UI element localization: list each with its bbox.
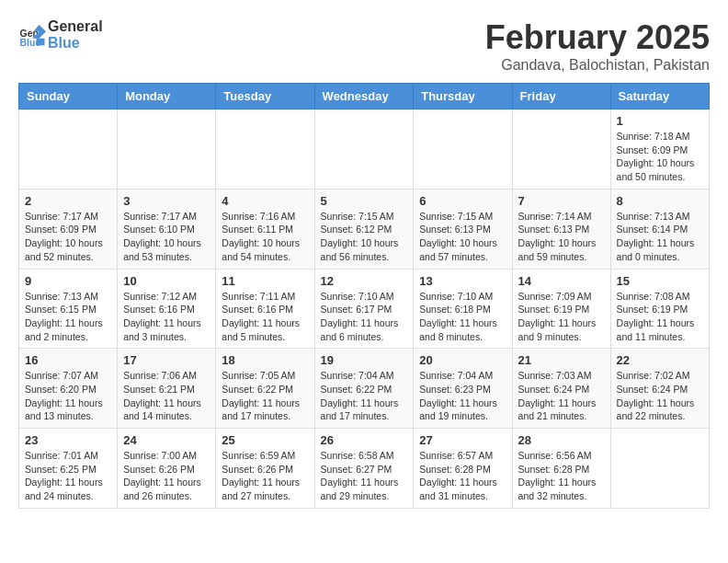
calendar-header-sunday: Sunday [19,84,118,109]
day-number: 28 [518,433,605,447]
day-info: Sunrise: 7:07 AM Sunset: 6:20 PM Dayligh… [25,369,111,423]
calendar-cell: 11Sunrise: 7:11 AM Sunset: 6:16 PM Dayli… [216,269,314,349]
day-number: 27 [419,433,506,447]
day-number: 19 [321,353,408,367]
calendar-header-row: SundayMondayTuesdayWednesdayThursdayFrid… [19,84,710,109]
day-info: Sunrise: 7:01 AM Sunset: 6:25 PM Dayligh… [25,449,111,503]
calendar-cell [512,109,610,190]
calendar-cell [19,109,118,190]
day-number: 16 [25,353,111,367]
day-number: 7 [518,194,605,208]
calendar-cell: 24Sunrise: 7:00 AM Sunset: 6:26 PM Dayli… [118,429,216,509]
day-number: 23 [25,433,111,447]
calendar-cell: 23Sunrise: 7:01 AM Sunset: 6:25 PM Dayli… [19,429,118,509]
calendar-cell: 8Sunrise: 7:13 AM Sunset: 6:14 PM Daylig… [610,189,709,269]
day-info: Sunrise: 7:00 AM Sunset: 6:26 PM Dayligh… [123,449,210,503]
calendar-cell: 10Sunrise: 7:12 AM Sunset: 6:16 PM Dayli… [118,269,216,349]
calendar-cell: 25Sunrise: 6:59 AM Sunset: 6:26 PM Dayli… [216,429,314,509]
day-info: Sunrise: 7:02 AM Sunset: 6:24 PM Dayligh… [617,369,703,423]
day-number: 2 [25,194,111,208]
logo-general-text: General [48,18,103,34]
calendar-header-monday: Monday [118,84,216,109]
day-info: Sunrise: 7:03 AM Sunset: 6:24 PM Dayligh… [518,369,605,423]
day-number: 26 [321,433,408,447]
day-number: 13 [419,274,506,288]
calendar-cell: 19Sunrise: 7:04 AM Sunset: 6:22 PM Dayli… [314,349,414,429]
calendar-cell: 28Sunrise: 6:56 AM Sunset: 6:28 PM Dayli… [512,429,610,509]
day-number: 6 [419,194,506,208]
day-info: Sunrise: 7:11 AM Sunset: 6:16 PM Dayligh… [222,290,308,344]
day-info: Sunrise: 7:15 AM Sunset: 6:13 PM Dayligh… [419,210,506,264]
calendar-cell [610,429,709,509]
calendar-cell: 6Sunrise: 7:15 AM Sunset: 6:13 PM Daylig… [414,189,512,269]
calendar-header-wednesday: Wednesday [314,84,414,109]
day-info: Sunrise: 7:04 AM Sunset: 6:22 PM Dayligh… [321,369,408,423]
calendar-cell [314,109,414,190]
month-title: February 2025 [485,18,710,57]
day-number: 5 [321,194,408,208]
day-number: 25 [222,433,308,447]
calendar-header-friday: Friday [512,84,610,109]
logo-icon: Gen Blue [18,21,46,49]
day-number: 17 [123,353,210,367]
calendar-cell: 21Sunrise: 7:03 AM Sunset: 6:24 PM Dayli… [512,349,610,429]
calendar-cell [118,109,216,190]
calendar-cell: 16Sunrise: 7:07 AM Sunset: 6:20 PM Dayli… [19,349,118,429]
day-number: 3 [123,194,210,208]
day-info: Sunrise: 7:18 AM Sunset: 6:09 PM Dayligh… [617,130,703,184]
day-info: Sunrise: 7:09 AM Sunset: 6:19 PM Dayligh… [518,290,605,344]
logo-blue-text: Blue [48,35,80,51]
calendar-cell: 17Sunrise: 7:06 AM Sunset: 6:21 PM Dayli… [118,349,216,429]
day-number: 10 [123,274,210,288]
day-info: Sunrise: 7:10 AM Sunset: 6:18 PM Dayligh… [419,290,506,344]
day-number: 20 [419,353,506,367]
day-info: Sunrise: 7:12 AM Sunset: 6:16 PM Dayligh… [123,290,210,344]
day-info: Sunrise: 6:58 AM Sunset: 6:27 PM Dayligh… [321,449,408,503]
location-title: Gandava, Balochistan, Pakistan [485,57,710,74]
day-info: Sunrise: 7:16 AM Sunset: 6:11 PM Dayligh… [222,210,308,264]
day-number: 24 [123,433,210,447]
day-info: Sunrise: 7:13 AM Sunset: 6:14 PM Dayligh… [617,210,703,264]
calendar-cell [414,109,512,190]
calendar-week-row: 23Sunrise: 7:01 AM Sunset: 6:25 PM Dayli… [19,429,710,509]
calendar-cell: 20Sunrise: 7:04 AM Sunset: 6:23 PM Dayli… [414,349,512,429]
day-number: 14 [518,274,605,288]
calendar-cell: 9Sunrise: 7:13 AM Sunset: 6:15 PM Daylig… [19,269,118,349]
calendar-header-tuesday: Tuesday [216,84,314,109]
calendar-cell: 3Sunrise: 7:17 AM Sunset: 6:10 PM Daylig… [118,189,216,269]
day-info: Sunrise: 7:17 AM Sunset: 6:10 PM Dayligh… [123,210,210,264]
calendar-cell: 14Sunrise: 7:09 AM Sunset: 6:19 PM Dayli… [512,269,610,349]
calendar-cell: 12Sunrise: 7:10 AM Sunset: 6:17 PM Dayli… [314,269,414,349]
day-number: 21 [518,353,605,367]
day-info: Sunrise: 7:06 AM Sunset: 6:21 PM Dayligh… [123,369,210,423]
day-number: 12 [321,274,408,288]
calendar-week-row: 1Sunrise: 7:18 AM Sunset: 6:09 PM Daylig… [19,109,710,190]
day-info: Sunrise: 7:15 AM Sunset: 6:12 PM Dayligh… [321,210,408,264]
day-number: 1 [617,114,703,128]
day-number: 4 [222,194,308,208]
day-number: 18 [222,353,308,367]
day-info: Sunrise: 7:17 AM Sunset: 6:09 PM Dayligh… [25,210,111,264]
calendar-cell [216,109,314,190]
logo: Gen Blue General Blue [18,18,103,52]
day-info: Sunrise: 7:04 AM Sunset: 6:23 PM Dayligh… [419,369,506,423]
page-header: Gen Blue General Blue February 2025 Gand… [18,18,710,74]
day-info: Sunrise: 7:14 AM Sunset: 6:13 PM Dayligh… [518,210,605,264]
calendar-cell: 15Sunrise: 7:08 AM Sunset: 6:19 PM Dayli… [610,269,709,349]
calendar-cell: 4Sunrise: 7:16 AM Sunset: 6:11 PM Daylig… [216,189,314,269]
day-info: Sunrise: 6:57 AM Sunset: 6:28 PM Dayligh… [419,449,506,503]
title-section: February 2025 Gandava, Balochistan, Paki… [485,18,710,74]
calendar-cell: 27Sunrise: 6:57 AM Sunset: 6:28 PM Dayli… [414,429,512,509]
day-number: 9 [25,274,111,288]
day-number: 15 [617,274,703,288]
calendar-header-saturday: Saturday [610,84,709,109]
day-info: Sunrise: 7:05 AM Sunset: 6:22 PM Dayligh… [222,369,308,423]
day-number: 11 [222,274,308,288]
day-info: Sunrise: 6:56 AM Sunset: 6:28 PM Dayligh… [518,449,605,503]
calendar-table: SundayMondayTuesdayWednesdayThursdayFrid… [18,83,710,509]
calendar-week-row: 9Sunrise: 7:13 AM Sunset: 6:15 PM Daylig… [19,269,710,349]
calendar-cell: 26Sunrise: 6:58 AM Sunset: 6:27 PM Dayli… [314,429,414,509]
calendar-cell: 5Sunrise: 7:15 AM Sunset: 6:12 PM Daylig… [314,189,414,269]
calendar-cell: 22Sunrise: 7:02 AM Sunset: 6:24 PM Dayli… [610,349,709,429]
day-info: Sunrise: 7:08 AM Sunset: 6:19 PM Dayligh… [617,290,703,344]
